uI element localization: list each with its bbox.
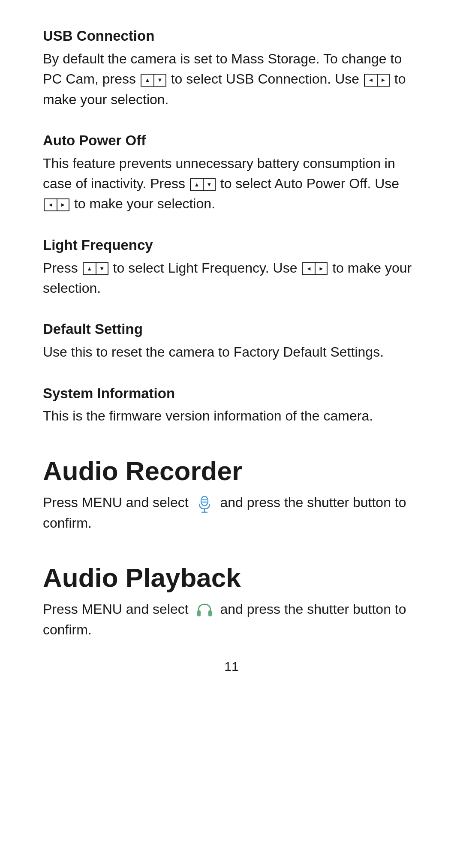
default-setting-body: Use this to reset the camera to Factory … <box>43 342 420 362</box>
left-right-arrows-2: ◄ ► <box>44 198 69 211</box>
system-information-title: System Information <box>43 383 420 404</box>
section-light-frequency: Light Frequency Press ▲ ▼ to select Ligh… <box>43 235 420 299</box>
up-down-arrows-1: ▲ ▼ <box>141 74 166 87</box>
audio-playback-icon <box>195 601 214 620</box>
system-information-text: This is the firmware version information… <box>43 408 373 423</box>
left-right-arrows-1: ◄ ► <box>364 74 390 87</box>
audio-recorder-title: Audio Recorder <box>43 457 420 486</box>
up-arrow: ▲ <box>141 74 153 87</box>
audio-playback-text-before: Press MENU and select <box>43 601 192 617</box>
up-arrow-3: ▲ <box>83 262 96 275</box>
audio-recorder-icon <box>195 494 214 513</box>
section-usb-connection: USB Connection By default the camera is … <box>43 26 420 110</box>
left-arrow-3: ◄ <box>302 262 315 275</box>
page: USB Connection By default the camera is … <box>0 0 463 868</box>
svg-rect-7 <box>208 610 212 616</box>
section-auto-power-off: Auto Power Off This feature prevents unn… <box>43 130 420 214</box>
section-system-information: System Information This is the firmware … <box>43 383 420 426</box>
usb-connection-title: USB Connection <box>43 26 420 46</box>
usb-connection-body: By default the camera is set to Mass Sto… <box>43 49 420 110</box>
up-arrow-2: ▲ <box>190 178 203 191</box>
section-default-setting: Default Setting Use this to reset the ca… <box>43 319 420 362</box>
page-number: 11 <box>43 657 420 676</box>
left-arrow: ◄ <box>364 74 377 87</box>
right-arrow-2: ► <box>57 198 69 211</box>
auto-power-off-body: This feature prevents unnecessary batter… <box>43 153 420 214</box>
down-arrow-3: ▼ <box>96 262 108 275</box>
default-setting-text: Use this to reset the camera to Factory … <box>43 344 384 360</box>
auto-power-text-3: to make your selection. <box>74 196 215 211</box>
right-arrow-3: ► <box>315 262 328 275</box>
down-arrow: ▼ <box>153 74 166 87</box>
audio-recorder-body: Press MENU and select and press the shut… <box>43 493 420 533</box>
usb-body-text-2: to select USB Connection. Use <box>171 71 363 87</box>
audio-playback-body: Press MENU and select and press the shut… <box>43 599 420 640</box>
audio-playback-title: Audio Playback <box>43 563 420 592</box>
default-setting-title: Default Setting <box>43 319 420 339</box>
left-arrow-2: ◄ <box>44 198 57 211</box>
section-audio-playback: Audio Playback Press MENU and select and… <box>43 563 420 640</box>
system-information-body: This is the firmware version information… <box>43 406 420 426</box>
light-freq-text-1: Press <box>43 260 82 276</box>
section-audio-recorder: Audio Recorder Press MENU and select and… <box>43 457 420 533</box>
light-freq-text-2: to select Light Frequency. Use <box>113 260 301 276</box>
light-frequency-body: Press ▲ ▼ to select Light Frequency. Use… <box>43 258 420 299</box>
auto-power-off-title: Auto Power Off <box>43 130 420 151</box>
right-arrow: ► <box>377 74 390 87</box>
up-down-arrows-3: ▲ ▼ <box>83 262 108 275</box>
svg-rect-6 <box>197 610 201 616</box>
light-frequency-title: Light Frequency <box>43 235 420 255</box>
left-right-arrows-3: ◄ ► <box>302 262 328 275</box>
audio-recorder-text-before: Press MENU and select <box>43 495 192 510</box>
auto-power-text-2: to select Auto Power Off. Use <box>220 176 399 191</box>
up-down-arrows-2: ▲ ▼ <box>190 178 216 191</box>
down-arrow-2: ▼ <box>203 178 216 191</box>
